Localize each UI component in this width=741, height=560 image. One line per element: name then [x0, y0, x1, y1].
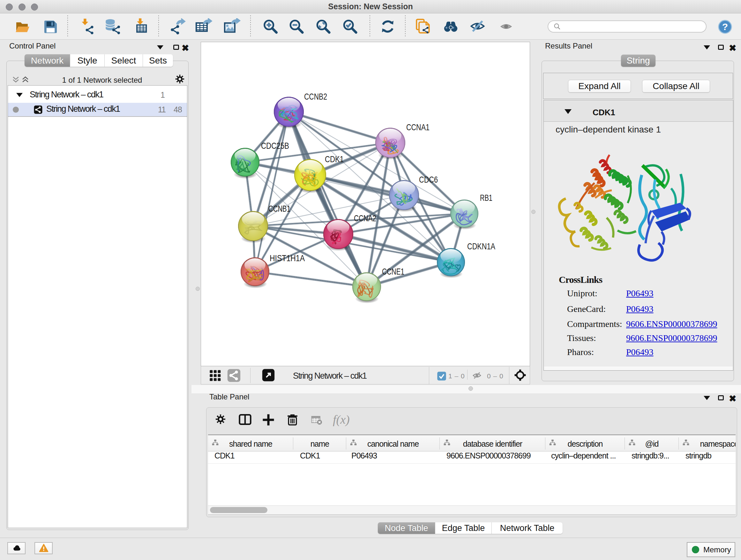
- svg-text:CDKN1A: CDKN1A: [467, 241, 495, 251]
- svg-text:CCNA1: CCNA1: [406, 122, 429, 132]
- svg-text:CDC25B: CDC25B: [261, 141, 289, 151]
- svg-text:HIST1H1A: HIST1H1A: [270, 253, 305, 263]
- svg-text:?: ?: [722, 21, 728, 32]
- svg-text:RB1: RB1: [480, 193, 492, 203]
- svg-text:CDK1: CDK1: [325, 154, 344, 164]
- svg-text:CCNB1: CCNB1: [268, 204, 290, 213]
- svg-text:CCNB2: CCNB2: [304, 91, 327, 102]
- svg-text:CDC6: CDC6: [419, 175, 438, 185]
- svg-text:CCNA2: CCNA2: [354, 213, 376, 223]
- svg-text:CCNE1: CCNE1: [382, 266, 404, 276]
